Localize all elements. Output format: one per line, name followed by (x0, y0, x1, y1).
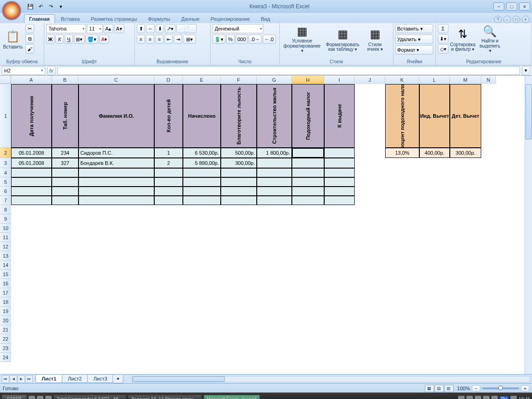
selected-cell[interactable] (292, 148, 324, 158)
tray-icon[interactable] (458, 396, 465, 399)
tray-icon[interactable] (510, 396, 517, 399)
help-icon[interactable]: ? (494, 16, 502, 23)
paste-button[interactable]: 📋 Вставить (2, 24, 24, 54)
italic-button[interactable]: К (55, 35, 64, 44)
border-button[interactable]: ⊞▾ (74, 35, 85, 44)
cell[interactable]: 1 800,00р. (257, 148, 292, 158)
cell[interactable] (257, 158, 292, 168)
column-header-N[interactable]: N (481, 76, 496, 84)
font-size-select[interactable]: 11 (87, 24, 103, 33)
cell[interactable]: 2 (154, 158, 183, 168)
tray-icon[interactable] (37, 396, 43, 399)
cell[interactable] (11, 187, 52, 196)
cell[interactable]: 300,00р. (221, 158, 257, 168)
row-header-18[interactable]: 18 (0, 297, 11, 307)
cell[interactable] (154, 168, 183, 177)
cell[interactable] (183, 177, 221, 187)
sheet-nav-prev[interactable]: ◀ (10, 375, 17, 383)
cell[interactable]: 300,00р. (450, 148, 481, 158)
doc-restore-button[interactable]: □ (513, 16, 520, 23)
cell[interactable] (257, 196, 292, 205)
redo-button[interactable]: ↷ (46, 2, 55, 11)
cell[interactable] (11, 168, 52, 177)
row-header-7[interactable]: 7 (0, 196, 11, 205)
sheet-tab-3[interactable]: Лист3 (87, 375, 113, 383)
cell[interactable] (221, 177, 257, 187)
name-box[interactable]: H2 (2, 66, 45, 75)
bold-button[interactable]: Ж (46, 35, 54, 44)
cell[interactable] (52, 177, 79, 187)
align-left-button[interactable]: ≡ (137, 35, 145, 44)
cell[interactable]: 05.01.2008 (11, 158, 52, 168)
zoom-slider[interactable] (482, 387, 519, 389)
align-top-button[interactable]: ⬆ (137, 24, 145, 33)
view-normal-button[interactable]: ▦ (425, 385, 434, 392)
tab-view[interactable]: Вид (256, 14, 275, 23)
row-header-6[interactable]: 6 (0, 187, 11, 196)
tray-icon[interactable] (29, 396, 35, 399)
cell[interactable]: Строительство жилья (257, 84, 292, 148)
tray-icon[interactable] (475, 396, 481, 399)
increase-indent-button[interactable]: ⇥ (174, 35, 182, 44)
close-button[interactable]: × (519, 2, 530, 11)
cell[interactable] (221, 196, 257, 205)
cell[interactable] (11, 196, 52, 205)
view-layout-button[interactable]: ▤ (435, 385, 444, 392)
row-header-22[interactable]: 22 (0, 334, 11, 344)
cell[interactable]: Инд. Вычет (419, 84, 450, 148)
save-button[interactable]: 💾 (26, 2, 35, 11)
view-pagebreak-button[interactable]: ▥ (444, 385, 453, 392)
scrollbar-thumb[interactable] (526, 84, 532, 139)
cell[interactable] (79, 187, 154, 196)
cell[interactable] (324, 168, 355, 177)
cell[interactable]: 6 530,00р. (183, 148, 221, 158)
row-header-5[interactable]: 5 (0, 177, 11, 187)
column-header-M[interactable]: M (450, 76, 481, 84)
maximize-button[interactable]: □ (506, 2, 517, 11)
cell[interactable]: 5 890,00р. (183, 158, 221, 168)
orientation-button[interactable]: ↗▾ (165, 24, 175, 33)
cell[interactable]: Сидоров П.С. (79, 148, 154, 158)
copy-button[interactable]: ⧉ (25, 34, 34, 43)
doc-minimize-button[interactable]: – (503, 16, 511, 23)
row-header-3[interactable]: 3 (0, 158, 11, 168)
tab-layout[interactable]: Разметка страницы (86, 14, 142, 23)
row-header-10[interactable]: 10 (0, 224, 11, 233)
decrease-indent-button[interactable]: ⇤ (164, 35, 173, 44)
row-header-15[interactable]: 15 (0, 270, 11, 279)
undo-button[interactable]: ↶ (36, 2, 45, 11)
sort-filter-button[interactable]: ⇅ Сортировка и фильтр ▾ (450, 24, 476, 54)
cell-styles-button[interactable]: ▦ Стили ячеек ▾ (363, 24, 387, 54)
spreadsheet-grid[interactable]: ABCDEFGHIJKLMN 1234567891011121314151617… (0, 76, 532, 374)
cell[interactable]: 13,0% (385, 148, 419, 158)
conditional-format-button[interactable]: ▦ Условное форматирование ▾ (282, 24, 322, 54)
tab-insert[interactable]: Вставка (56, 14, 85, 23)
insert-cells-button[interactable]: Вставить ▾ (395, 24, 433, 33)
row-header-24[interactable]: 24 (0, 353, 11, 362)
cell[interactable] (221, 187, 257, 196)
cut-button[interactable]: ✂ (25, 24, 34, 33)
cell[interactable] (79, 177, 154, 187)
column-header-F[interactable]: F (221, 76, 257, 84)
select-all-corner[interactable] (0, 76, 11, 84)
taskbar-item[interactable]: Total Commander 6.54Я2 - Mi… (54, 395, 126, 399)
delete-cells-button[interactable]: Удалить ▾ (395, 35, 433, 44)
cell[interactable] (154, 196, 183, 205)
cell[interactable]: К выдаче (324, 84, 355, 148)
cell[interactable] (292, 168, 324, 177)
row-header-16[interactable]: 16 (0, 279, 11, 288)
format-painter-button[interactable]: 🖌 (25, 44, 34, 54)
cell[interactable] (52, 187, 79, 196)
column-header-L[interactable]: L (419, 76, 450, 84)
cell[interactable] (292, 158, 324, 168)
cell[interactable]: 05.01.2008 (11, 148, 52, 158)
cell[interactable] (257, 168, 292, 177)
column-header-J[interactable]: J (355, 76, 385, 84)
row-header-11[interactable]: 11 (0, 233, 11, 242)
row-header-12[interactable]: 12 (0, 242, 11, 251)
wrap-text-button[interactable]: 📄 (176, 24, 197, 33)
cell[interactable]: Благотворите льность (221, 84, 257, 148)
comma-button[interactable]: 000 (236, 35, 248, 44)
tray-icon[interactable] (45, 396, 52, 399)
cell[interactable]: 234 (52, 148, 79, 158)
